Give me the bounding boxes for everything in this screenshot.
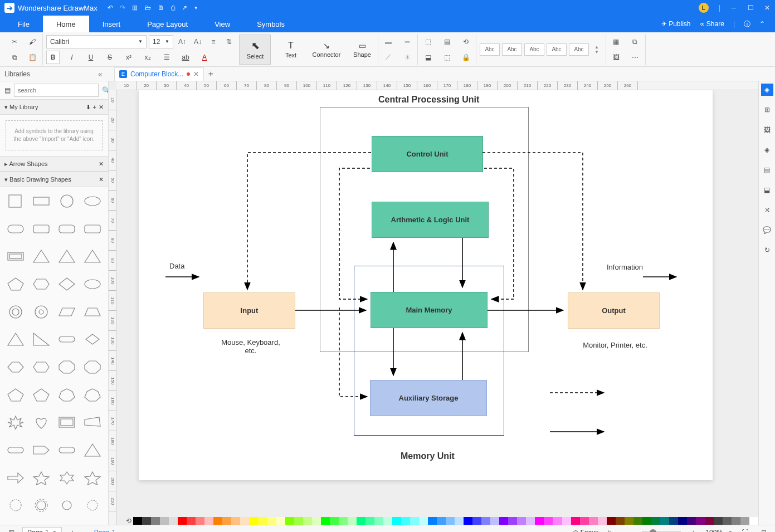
text-case-button[interactable]: ab	[179, 51, 192, 64]
shape-star-thin[interactable]	[80, 467, 105, 489]
color-swatch[interactable]	[339, 517, 348, 525]
input-block[interactable]: Input	[203, 292, 295, 329]
help-button[interactable]: ⓘ	[744, 19, 750, 29]
shape-roundrect[interactable]	[3, 218, 28, 240]
style-preset-5[interactable]: Abc	[569, 43, 589, 56]
color-swatch[interactable]	[204, 517, 213, 525]
color-swatch[interactable]	[553, 517, 562, 525]
layout-button[interactable]: ▦	[610, 35, 623, 48]
align-button[interactable]: ▤	[440, 35, 454, 48]
shape-donut[interactable]	[29, 301, 53, 323]
color-swatch[interactable]	[508, 517, 517, 525]
style-preset-3[interactable]: Abc	[524, 43, 544, 56]
user-avatar[interactable]: L	[699, 3, 709, 13]
line-style-button[interactable]: ═	[401, 35, 414, 48]
format-panel-button[interactable]: ◈	[761, 84, 773, 96]
shape-burst2[interactable]	[3, 495, 28, 516]
shape-triangle2[interactable]	[55, 246, 79, 267]
document-tab[interactable]: E Computer Block... ✕	[114, 67, 204, 81]
style-preset-4[interactable]: Abc	[547, 43, 567, 56]
color-swatch[interactable]	[196, 517, 204, 525]
text-tool[interactable]: TText	[275, 35, 306, 65]
shape-roundrect4[interactable]	[80, 218, 105, 240]
font-combo[interactable]: Calibri▼	[46, 35, 147, 48]
color-swatch[interactable]	[428, 517, 437, 525]
shape-wedge[interactable]	[80, 412, 105, 433]
fullscreen-button[interactable]: ⊡	[757, 526, 771, 533]
search-button[interactable]: 🔍	[102, 84, 109, 97]
output-block[interactable]: Output	[568, 292, 660, 329]
color-swatch[interactable]	[169, 517, 178, 525]
info-label[interactable]: Information	[607, 263, 643, 271]
color-swatch[interactable]	[437, 517, 446, 525]
cut-button[interactable]: ✂	[8, 35, 21, 48]
output-sub-label[interactable]: Monitor, Printer, etc.	[576, 341, 654, 349]
color-swatch[interactable]	[517, 517, 526, 525]
shape-oct2[interactable]	[80, 357, 105, 378]
tab-home[interactable]: Home	[43, 16, 89, 32]
color-swatch[interactable]	[303, 517, 312, 525]
color-swatch[interactable]	[687, 517, 696, 525]
shape-rect[interactable]	[29, 191, 53, 212]
color-swatch[interactable]	[740, 517, 749, 525]
shape-oval[interactable]	[80, 274, 105, 295]
insert-panel-button[interactable]: ⬓	[761, 184, 773, 196]
shape-heart[interactable]	[29, 412, 53, 433]
color-swatch[interactable]	[723, 517, 732, 525]
copy-button[interactable]: ⧉	[8, 51, 21, 64]
color-swatch[interactable]	[481, 517, 490, 525]
my-library-header[interactable]: ▾ My Library ⬇ + ✕	[0, 99, 108, 115]
color-swatch[interactable]	[499, 517, 508, 525]
color-swatch[interactable]	[151, 517, 160, 525]
fit-page-button[interactable]: ⛶	[738, 526, 752, 533]
color-swatch[interactable]	[160, 517, 169, 525]
color-swatch[interactable]	[276, 517, 285, 525]
color-swatch[interactable]	[607, 517, 616, 525]
color-swatch[interactable]	[580, 517, 589, 525]
color-swatch[interactable]	[571, 517, 580, 525]
fill-button[interactable]: ▬	[382, 35, 395, 48]
close-arrow-section[interactable]: ✕	[99, 160, 104, 168]
control-unit-block[interactable]: Control Unit	[372, 136, 483, 172]
zoom-in-button[interactable]: +	[686, 526, 700, 533]
close-doc-button[interactable]: ✕	[193, 70, 199, 78]
shape-square[interactable]	[3, 191, 28, 212]
color-swatch[interactable]	[642, 517, 651, 525]
library-search-input[interactable]	[14, 84, 99, 97]
add-icon[interactable]: +	[93, 104, 96, 111]
color-swatch[interactable]	[330, 517, 339, 525]
add-page-button[interactable]: +	[66, 526, 80, 533]
share-button[interactable]: ∝ Share	[700, 20, 724, 28]
print-button[interactable]: ⎙	[171, 4, 175, 12]
play-button[interactable]: ▷	[604, 526, 617, 533]
color-swatch[interactable]	[696, 517, 705, 525]
shape-pent2[interactable]	[3, 384, 28, 406]
minimize-button[interactable]: ─	[730, 4, 737, 12]
layers-panel-button[interactable]: ◈	[761, 144, 773, 156]
new-tab-button[interactable]: +	[204, 69, 217, 79]
input-sub-label[interactable]: Mouse, Keyboard, etc.	[215, 338, 287, 355]
image-panel-button[interactable]: 🖼	[761, 124, 773, 136]
color-swatch[interactable]	[178, 517, 187, 525]
italic-button[interactable]: I	[65, 51, 79, 64]
main-memory-block[interactable]: Main Memory	[371, 292, 488, 328]
canvas[interactable]: Central Processing Unit Control Unit Art…	[116, 90, 758, 525]
collapse-ribbon-button[interactable]: ⌃	[759, 20, 765, 28]
color-swatch[interactable]	[142, 517, 151, 525]
focus-button[interactable]: ◎ Focus	[573, 529, 598, 533]
color-swatch[interactable]	[419, 517, 428, 525]
color-swatch[interactable]	[749, 517, 758, 525]
redo-button[interactable]: ↷	[120, 4, 125, 12]
data-label[interactable]: Data	[169, 262, 184, 270]
color-swatch[interactable]	[392, 517, 401, 525]
shape-roundrect3[interactable]	[55, 218, 79, 240]
connector-tool[interactable]: ↘Connector	[311, 35, 342, 65]
new-button[interactable]: ⊞	[132, 4, 138, 12]
shape-tool[interactable]: ▭Shape	[347, 35, 378, 65]
shape-gear2[interactable]	[55, 495, 79, 516]
color-swatch[interactable]	[633, 517, 642, 525]
page-list-button[interactable]: ▥	[4, 526, 18, 533]
library-menu-button[interactable]: ▤	[4, 84, 11, 97]
shape-parallelogram[interactable]	[55, 301, 79, 323]
arrange-button[interactable]: ⬓	[421, 51, 435, 64]
